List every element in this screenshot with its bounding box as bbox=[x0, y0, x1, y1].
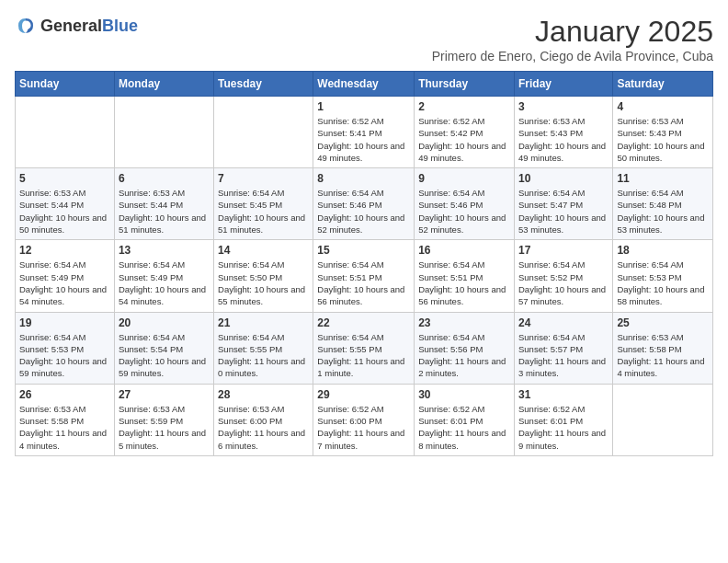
calendar-cell: 8Sunrise: 6:54 AM Sunset: 5:46 PM Daylig… bbox=[313, 168, 415, 240]
header-monday: Monday bbox=[114, 72, 213, 97]
day-number: 23 bbox=[418, 316, 510, 329]
cell-info: Sunrise: 6:54 AM Sunset: 5:54 PM Dayligh… bbox=[119, 331, 210, 380]
calendar-cell: 3Sunrise: 6:53 AM Sunset: 5:43 PM Daylig… bbox=[514, 97, 612, 168]
logo-blue: Blue bbox=[102, 17, 138, 35]
calendar-cell: 25Sunrise: 6:53 AM Sunset: 5:58 PM Dayli… bbox=[613, 312, 713, 384]
calendar-cell: 23Sunrise: 6:54 AM Sunset: 5:56 PM Dayli… bbox=[415, 312, 515, 384]
calendar-cell: 5Sunrise: 6:53 AM Sunset: 5:44 PM Daylig… bbox=[16, 168, 115, 240]
calendar-cell bbox=[16, 97, 115, 168]
calendar-cell: 27Sunrise: 6:53 AM Sunset: 5:59 PM Dayli… bbox=[114, 384, 213, 455]
logo-general: General bbox=[40, 17, 102, 35]
cell-info: Sunrise: 6:52 AM Sunset: 6:00 PM Dayligh… bbox=[317, 403, 410, 452]
week-row-2: 5Sunrise: 6:53 AM Sunset: 5:44 PM Daylig… bbox=[16, 168, 713, 240]
calendar-cell: 18Sunrise: 6:54 AM Sunset: 5:53 PM Dayli… bbox=[613, 240, 713, 312]
week-row-3: 12Sunrise: 6:54 AM Sunset: 5:49 PM Dayli… bbox=[16, 240, 713, 312]
day-number: 22 bbox=[317, 316, 410, 329]
day-number: 30 bbox=[418, 388, 510, 401]
calendar-cell: 31Sunrise: 6:52 AM Sunset: 6:01 PM Dayli… bbox=[514, 384, 612, 455]
cell-info: Sunrise: 6:54 AM Sunset: 5:56 PM Dayligh… bbox=[418, 331, 510, 380]
cell-info: Sunrise: 6:53 AM Sunset: 5:58 PM Dayligh… bbox=[19, 403, 110, 452]
calendar-cell: 2Sunrise: 6:52 AM Sunset: 5:42 PM Daylig… bbox=[415, 97, 515, 168]
location-title: Primero de Enero, Ciego de Avila Provinc… bbox=[432, 49, 713, 63]
day-number: 26 bbox=[19, 388, 110, 401]
calendar-cell: 1Sunrise: 6:52 AM Sunset: 5:41 PM Daylig… bbox=[313, 97, 415, 168]
day-number: 19 bbox=[19, 316, 110, 329]
cell-info: Sunrise: 6:54 AM Sunset: 5:50 PM Dayligh… bbox=[218, 259, 309, 307]
calendar-cell bbox=[214, 97, 313, 168]
cell-info: Sunrise: 6:54 AM Sunset: 5:57 PM Dayligh… bbox=[518, 331, 609, 380]
cell-info: Sunrise: 6:54 AM Sunset: 5:46 PM Dayligh… bbox=[418, 187, 510, 236]
cell-info: Sunrise: 6:54 AM Sunset: 5:49 PM Dayligh… bbox=[119, 259, 210, 307]
day-number: 12 bbox=[19, 244, 110, 257]
header-saturday: Saturday bbox=[613, 72, 713, 97]
header-sunday: Sunday bbox=[16, 72, 115, 97]
calendar-cell: 10Sunrise: 6:54 AM Sunset: 5:47 PM Dayli… bbox=[514, 168, 612, 240]
cell-info: Sunrise: 6:53 AM Sunset: 5:43 PM Dayligh… bbox=[518, 115, 609, 164]
calendar-cell: 29Sunrise: 6:52 AM Sunset: 6:00 PM Dayli… bbox=[313, 384, 415, 455]
calendar-cell: 15Sunrise: 6:54 AM Sunset: 5:51 PM Dayli… bbox=[313, 240, 415, 312]
header-wednesday: Wednesday bbox=[313, 72, 415, 97]
week-row-4: 19Sunrise: 6:54 AM Sunset: 5:53 PM Dayli… bbox=[16, 312, 713, 384]
calendar-cell: 6Sunrise: 6:53 AM Sunset: 5:44 PM Daylig… bbox=[114, 168, 213, 240]
cell-info: Sunrise: 6:53 AM Sunset: 5:44 PM Dayligh… bbox=[119, 187, 210, 236]
calendar-cell: 9Sunrise: 6:54 AM Sunset: 5:46 PM Daylig… bbox=[415, 168, 515, 240]
day-number: 24 bbox=[518, 316, 609, 329]
calendar-header-row: SundayMondayTuesdayWednesdayThursdayFrid… bbox=[16, 72, 713, 97]
cell-info: Sunrise: 6:54 AM Sunset: 5:55 PM Dayligh… bbox=[218, 331, 309, 380]
day-number: 21 bbox=[218, 316, 309, 329]
logo-icon bbox=[15, 15, 37, 37]
cell-info: Sunrise: 6:54 AM Sunset: 5:51 PM Dayligh… bbox=[418, 259, 510, 307]
calendar-cell: 13Sunrise: 6:54 AM Sunset: 5:49 PM Dayli… bbox=[114, 240, 213, 312]
cell-info: Sunrise: 6:54 AM Sunset: 5:46 PM Dayligh… bbox=[317, 187, 410, 236]
cell-info: Sunrise: 6:54 AM Sunset: 5:55 PM Dayligh… bbox=[317, 331, 410, 380]
day-number: 11 bbox=[617, 172, 709, 185]
calendar-cell: 28Sunrise: 6:53 AM Sunset: 6:00 PM Dayli… bbox=[214, 384, 313, 455]
day-number: 3 bbox=[518, 100, 609, 113]
day-number: 18 bbox=[617, 244, 709, 257]
logo: GeneralBlue bbox=[15, 15, 138, 37]
cell-info: Sunrise: 6:54 AM Sunset: 5:45 PM Dayligh… bbox=[218, 187, 309, 236]
calendar-body: 1Sunrise: 6:52 AM Sunset: 5:41 PM Daylig… bbox=[16, 97, 713, 456]
day-number: 31 bbox=[518, 388, 609, 401]
calendar-cell: 20Sunrise: 6:54 AM Sunset: 5:54 PM Dayli… bbox=[114, 312, 213, 384]
week-row-1: 1Sunrise: 6:52 AM Sunset: 5:41 PM Daylig… bbox=[16, 97, 713, 168]
calendar-cell: 14Sunrise: 6:54 AM Sunset: 5:50 PM Dayli… bbox=[214, 240, 313, 312]
calendar-cell: 22Sunrise: 6:54 AM Sunset: 5:55 PM Dayli… bbox=[313, 312, 415, 384]
cell-info: Sunrise: 6:53 AM Sunset: 5:59 PM Dayligh… bbox=[119, 403, 210, 452]
month-title: January 2025 bbox=[432, 15, 713, 49]
header-friday: Friday bbox=[514, 72, 612, 97]
title-section: January 2025 Primero de Enero, Ciego de … bbox=[432, 15, 713, 63]
cell-info: Sunrise: 6:52 AM Sunset: 5:41 PM Dayligh… bbox=[317, 115, 410, 164]
cell-info: Sunrise: 6:54 AM Sunset: 5:49 PM Dayligh… bbox=[19, 259, 110, 307]
calendar-cell: 19Sunrise: 6:54 AM Sunset: 5:53 PM Dayli… bbox=[16, 312, 115, 384]
day-number: 14 bbox=[218, 244, 309, 257]
calendar-cell: 21Sunrise: 6:54 AM Sunset: 5:55 PM Dayli… bbox=[214, 312, 313, 384]
day-number: 13 bbox=[119, 244, 210, 257]
cell-info: Sunrise: 6:52 AM Sunset: 5:42 PM Dayligh… bbox=[418, 115, 510, 164]
cell-info: Sunrise: 6:54 AM Sunset: 5:48 PM Dayligh… bbox=[617, 187, 709, 236]
day-number: 8 bbox=[317, 172, 410, 185]
page-header: GeneralBlue January 2025 Primero de Ener… bbox=[15, 15, 713, 63]
day-number: 1 bbox=[317, 100, 410, 113]
cell-info: Sunrise: 6:54 AM Sunset: 5:52 PM Dayligh… bbox=[518, 259, 609, 307]
calendar-table: SundayMondayTuesdayWednesdayThursdayFrid… bbox=[15, 71, 713, 456]
cell-info: Sunrise: 6:54 AM Sunset: 5:51 PM Dayligh… bbox=[317, 259, 410, 307]
calendar-cell: 7Sunrise: 6:54 AM Sunset: 5:45 PM Daylig… bbox=[214, 168, 313, 240]
calendar-cell: 4Sunrise: 6:53 AM Sunset: 5:43 PM Daylig… bbox=[613, 97, 713, 168]
calendar-cell: 17Sunrise: 6:54 AM Sunset: 5:52 PM Dayli… bbox=[514, 240, 612, 312]
cell-info: Sunrise: 6:53 AM Sunset: 5:44 PM Dayligh… bbox=[19, 187, 110, 236]
calendar-cell bbox=[613, 384, 713, 455]
cell-info: Sunrise: 6:53 AM Sunset: 6:00 PM Dayligh… bbox=[218, 403, 309, 452]
header-thursday: Thursday bbox=[415, 72, 515, 97]
calendar-cell: 24Sunrise: 6:54 AM Sunset: 5:57 PM Dayli… bbox=[514, 312, 612, 384]
day-number: 27 bbox=[119, 388, 210, 401]
day-number: 2 bbox=[418, 100, 510, 113]
day-number: 25 bbox=[617, 316, 709, 329]
day-number: 16 bbox=[418, 244, 510, 257]
cell-info: Sunrise: 6:52 AM Sunset: 6:01 PM Dayligh… bbox=[518, 403, 609, 452]
cell-info: Sunrise: 6:53 AM Sunset: 5:43 PM Dayligh… bbox=[617, 115, 709, 164]
cell-info: Sunrise: 6:52 AM Sunset: 6:01 PM Dayligh… bbox=[418, 403, 510, 452]
day-number: 6 bbox=[119, 172, 210, 185]
cell-info: Sunrise: 6:54 AM Sunset: 5:53 PM Dayligh… bbox=[19, 331, 110, 380]
cell-info: Sunrise: 6:54 AM Sunset: 5:53 PM Dayligh… bbox=[617, 259, 709, 307]
